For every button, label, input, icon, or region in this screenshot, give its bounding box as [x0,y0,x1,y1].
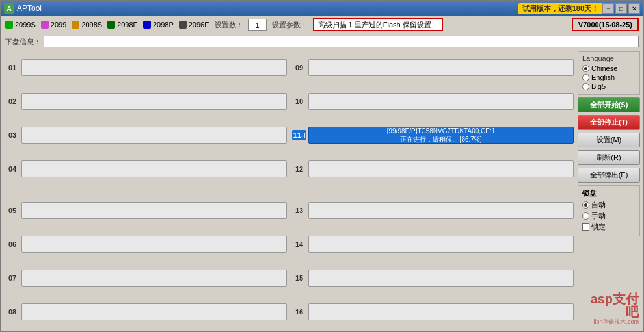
version-badge: V7000(15-08-25) [572,18,639,31]
legend-2098p: 2098P [143,21,174,29]
slot-bar-16[interactable] [308,303,574,320]
slot-num-02: 02 [5,97,20,105]
language-chinese[interactable]: Chinese [582,64,636,72]
slot-row-14: 14 [292,228,574,260]
window-controls: － □ ✕ [602,3,640,14]
maximize-button[interactable]: □ [615,3,627,14]
slot-num-07: 07 [5,274,20,282]
slot-bar-12[interactable] [308,160,574,177]
slot-bar-04[interactable] [21,160,287,177]
slot-row-16: 16 [292,296,574,328]
legend-dot-2099s [5,21,13,29]
radio-english[interactable] [582,74,589,81]
right-panel: Language Chinese English Big5 全部开始(S) 全部… [578,49,643,331]
start-all-button[interactable]: 全部开始(S) [578,97,640,112]
radio-manual[interactable] [582,212,589,220]
stop-all-button[interactable]: 全部停止(T) [578,115,640,130]
slot-num-13: 13 [292,207,306,214]
legend-2096e: 2096E [179,21,209,29]
slot-num-03: 03 [5,131,20,139]
lock-auto[interactable]: 自动 [582,200,636,210]
slot-num-08: 08 [5,308,20,316]
legend-dot-2098p [143,21,151,29]
refresh-button[interactable]: 刷新(R) [578,150,640,165]
slot-row-01: 01 [5,51,287,83]
device-count-value: 1 [248,19,267,31]
info-input[interactable] [44,36,639,47]
slot-row-08: 08 [5,296,287,328]
slot-11-text: [99/98E/P]TC58NVG7TDKTA00,CE:1正在进行，请稍候..… [386,127,497,144]
settings-label: 设置参数： [272,20,308,30]
slot-bar-02[interactable] [21,93,287,110]
settings-value[interactable]: 高级扫描 1 里产过的Flash 保留设置 [313,18,443,31]
lock-box: 锁盘 自动 手动 锁定 [578,185,640,236]
slot-bar-06[interactable] [21,236,287,253]
device-count-label: 设置数： [215,20,243,30]
slot-bar-08[interactable] [21,303,287,320]
legend-dot-2096e [179,21,187,29]
grid-spacer [5,187,574,192]
language-big5[interactable]: Big5 [582,83,636,90]
slot-bar-01[interactable] [21,59,287,76]
exit-all-button[interactable]: 全部弹出(E) [578,168,640,183]
legend-2098s: 2098S [72,21,102,29]
legend-dot-2099 [41,21,49,29]
slot-bar-07[interactable] [21,270,287,287]
language-title: Language [582,55,636,62]
slot-bar-09[interactable] [308,59,574,76]
legend-dot-2098e [107,21,115,29]
main-content: 01 09 02 10 03 11-I [1,49,643,331]
close-button[interactable]: ✕ [628,3,640,14]
slot-num-12: 12 [292,165,306,173]
language-box: Language Chinese English Big5 [578,51,640,95]
title-bar: A APTool 试用版本，还剩180天！ － □ ✕ [1,1,643,16]
legend-2099s: 2099S [5,21,36,29]
app-title: APTool [17,4,513,13]
minimize-button[interactable]: － [602,3,614,14]
slot-bar-05[interactable] [21,202,287,219]
slots-grid: 01 09 02 10 03 11-I [1,49,578,331]
slot-num-14: 14 [292,240,306,248]
radio-auto[interactable] [582,201,589,209]
info-label: 下盘信息： [5,37,41,47]
radio-big5[interactable] [582,83,589,90]
language-english[interactable]: English [582,73,636,81]
main-window: A APTool 试用版本，还剩180天！ － □ ✕ 2099S 2099 2… [0,0,644,332]
slot-num-15: 15 [292,274,306,282]
lock-manual[interactable]: 手动 [582,211,636,221]
slot-num-09: 09 [292,64,306,71]
slot-row-10: 10 [292,85,574,117]
slot-row-15: 15 [292,262,574,294]
trial-badge: 试用版本，还剩180天！ [518,3,602,14]
slot-row-02: 02 [5,85,287,117]
slot-num-05: 05 [5,207,20,214]
toolbar: 2099S 2099 2098S 2098E 2098P 2096E 设置数： … [1,16,643,34]
slot-row-11: 11-I [99/98E/P]TC58NVG7TDKTA00,CE:1正在进行，… [292,120,574,151]
slot-bar-10[interactable] [308,93,574,110]
slot-row-09: 09 [292,51,574,83]
watermark-area: asp支付吧 lion存储技术.com [578,239,640,328]
slot-row-07: 07 [5,262,287,294]
slot-bar-03[interactable] [21,127,287,144]
slot-num-06: 06 [5,240,20,248]
watermark-text: asp支付吧 [578,292,639,318]
slot-row-04: 04 [5,153,287,185]
slot-row-13: 13 [292,194,574,226]
lock-lock[interactable]: 锁定 [582,222,636,232]
legend-dot-2098s [72,21,79,29]
slot-row-12: 12 [292,153,574,185]
legend-2099: 2099 [41,21,66,29]
slot-bar-14[interactable] [308,236,574,253]
slot-num-10: 10 [292,97,306,105]
settings-button[interactable]: 设置(M) [578,133,640,147]
slot-row-05: 05 [5,194,287,226]
slot-num-04: 04 [5,165,20,173]
slot-row-06: 06 [5,228,287,260]
slot-bar-13[interactable] [308,202,574,219]
slot-bar-15[interactable] [308,270,574,287]
slot-num-16: 16 [292,308,306,316]
checkbox-lock[interactable] [582,223,589,231]
slot-bar-11[interactable]: [99/98E/P]TC58NVG7TDKTA00,CE:1正在进行，请稍候..… [308,127,574,144]
slot-num-11: 11-I [292,130,306,140]
radio-chinese[interactable] [582,65,589,72]
